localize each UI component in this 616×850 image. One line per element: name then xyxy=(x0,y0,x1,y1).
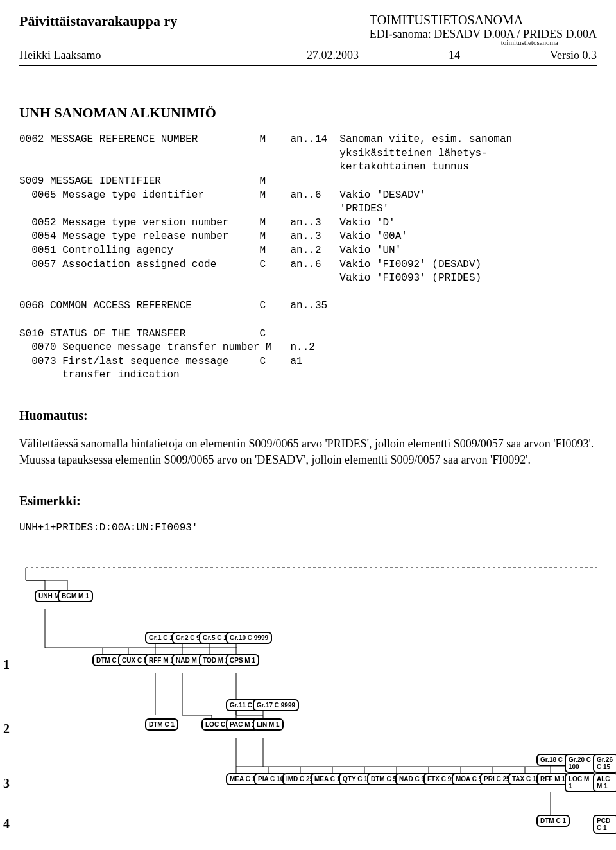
org-name: Päivittäistavarakauppa ry xyxy=(19,13,177,30)
row-label-2: 2 xyxy=(3,722,10,736)
page-number: 14 xyxy=(449,49,460,62)
diagram-wires xyxy=(19,561,597,831)
meta-right: 27.02.2003 14 Versio 0.3 xyxy=(307,49,597,62)
section-title: UNH SANOMAN ALKUNIMIÖ xyxy=(19,105,597,121)
date: 27.02.2003 xyxy=(307,49,359,62)
row-label-1: 1 xyxy=(3,657,10,672)
esimerkki-code: UNH+1+PRIDES:D:00A:UN:FI0093' xyxy=(19,521,597,535)
row-label-4: 4 xyxy=(3,817,10,831)
doc-meta-right: TOIMITUSTIETOSANOMA EDI-sanoma: DESADV D… xyxy=(370,13,597,46)
huomautus-body: Välitettäessä sanomalla hintatietoja on … xyxy=(19,436,597,468)
node-gr17: Gr.17 C 9999 xyxy=(253,699,299,711)
author: Heikki Laaksamo xyxy=(19,49,101,62)
row-label-3: 3 xyxy=(3,776,10,791)
node-bgm: BGM M 1 xyxy=(58,590,93,602)
segment-block: 0062 MESSAGE REFERENCE NUMBER M an..14 S… xyxy=(19,133,597,383)
node-pcd-c1: PCD C 1 xyxy=(593,815,616,834)
node-lin1: LIN M 1 xyxy=(253,718,284,731)
node-gr26: Gr.26 C 15 xyxy=(593,754,616,773)
version: Versio 0.3 xyxy=(550,49,597,62)
header-row: Päivittäistavarakauppa ry TOIMITUSTIETOS… xyxy=(19,13,597,46)
node-dtm-c1: DTM C 1 xyxy=(536,815,570,827)
doc-title: TOIMITUSTIETOSANOMA xyxy=(370,13,597,28)
node-gr20: Gr.20 C 100 xyxy=(565,754,597,773)
meta-row: Heikki Laaksamo 27.02.2003 14 Versio 0.3 xyxy=(19,49,597,66)
node-alc1: ALC M 1 xyxy=(593,773,616,792)
node-loc20: LOC M 1 xyxy=(565,773,597,792)
esimerkki-title: Esimerkki: xyxy=(19,494,597,508)
node-dtm1: DTM C 1 xyxy=(145,718,178,731)
edi-line: EDI-sanoma: DESADV D.00A / PRIDES D.00A xyxy=(370,28,597,41)
node-gr10: Gr.10 C 9999 xyxy=(226,632,272,644)
diagram: 1 2 3 4 UNH M 1 BGM M 1 Gr.1 C 10 Gr.2 C… xyxy=(19,561,597,831)
huomautus-title: Huomautus: xyxy=(19,408,597,423)
node-cps1: CPS M 1 xyxy=(226,654,259,666)
